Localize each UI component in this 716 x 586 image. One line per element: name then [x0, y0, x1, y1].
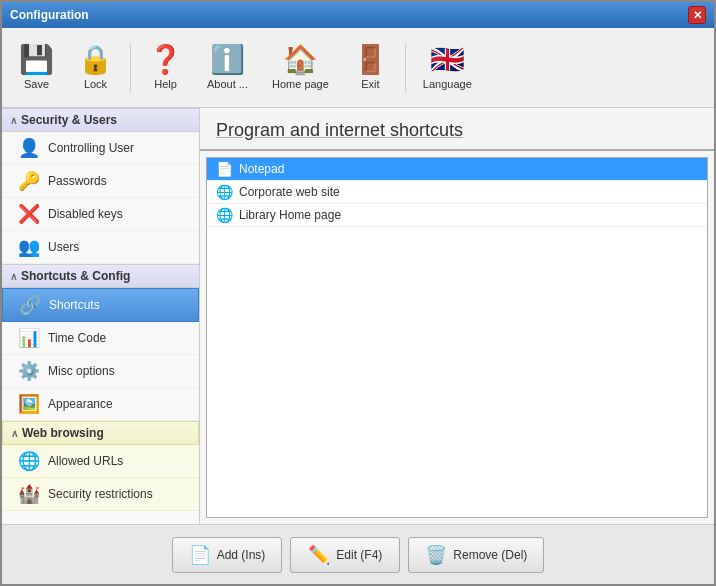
appearance-label: Appearance — [48, 397, 113, 411]
save-icon: 💾 — [19, 46, 54, 74]
misc-options-label: Misc options — [48, 364, 115, 378]
disabled-keys-icon: ❌ — [18, 203, 40, 225]
language-button[interactable]: 🇬🇧 Language — [412, 34, 483, 102]
sidebar-item-time-code[interactable]: 📊 Time Code — [2, 322, 199, 355]
close-button[interactable]: ✕ — [688, 6, 706, 24]
misc-options-icon: ⚙️ — [18, 360, 40, 382]
passwords-icon: 🔑 — [18, 170, 40, 192]
home-icon: 🏠 — [283, 46, 318, 74]
time-code-label: Time Code — [48, 331, 106, 345]
sidebar-section-shortcuts[interactable]: ∧ Shortcuts & Config — [2, 264, 199, 288]
help-button[interactable]: ❓ Help — [137, 34, 194, 102]
notepad-label: Notepad — [239, 162, 284, 176]
section-arrow-web: ∧ — [11, 428, 18, 439]
about-button[interactable]: ℹ️ About ... — [196, 34, 259, 102]
controlling-user-label: Controlling User — [48, 141, 134, 155]
appearance-icon: 🖼️ — [18, 393, 40, 415]
corporate-web-label: Corporate web site — [239, 185, 340, 199]
toolbar-separator-2 — [405, 43, 406, 93]
sidebar-section-security-label: Security & Users — [21, 113, 117, 127]
sidebar-section-web[interactable]: ∧ Web browsing — [2, 421, 199, 445]
main-panel: Program and internet shortcuts 📄 Notepad… — [200, 108, 714, 524]
language-icon: 🇬🇧 — [430, 46, 465, 74]
passwords-label: Passwords — [48, 174, 107, 188]
allowed-urls-label: Allowed URLs — [48, 454, 123, 468]
sidebar-section-security[interactable]: ∧ Security & Users — [2, 108, 199, 132]
corporate-web-icon: 🌐 — [215, 184, 233, 200]
lock-label: Lock — [84, 78, 107, 90]
window-title: Configuration — [10, 8, 89, 22]
homepage-button[interactable]: 🏠 Home page — [261, 34, 340, 102]
toolbar: 💾 Save 🔒 Lock ❓ Help ℹ️ About ... 🏠 Home… — [2, 28, 714, 108]
sidebar-item-misc-options[interactable]: ⚙️ Misc options — [2, 355, 199, 388]
section-arrow-shortcuts: ∧ — [10, 271, 17, 282]
add-icon: 📄 — [189, 544, 211, 566]
save-label: Save — [24, 78, 49, 90]
sidebar-item-security-restrictions[interactable]: 🏰 Security restrictions — [2, 478, 199, 511]
about-icon: ℹ️ — [210, 46, 245, 74]
users-label: Users — [48, 240, 79, 254]
exit-icon: 🚪 — [353, 46, 388, 74]
shortcuts-label: Shortcuts — [49, 298, 100, 312]
sidebar-item-shortcuts[interactable]: 🔗 Shortcuts — [2, 288, 199, 322]
content-area: ∧ Security & Users 👤 Controlling User 🔑 … — [2, 108, 714, 524]
sidebar-item-users[interactable]: 👥 Users — [2, 231, 199, 264]
controlling-user-icon: 👤 — [18, 137, 40, 159]
disabled-keys-label: Disabled keys — [48, 207, 123, 221]
edit-button[interactable]: ✏️ Edit (F4) — [290, 537, 400, 573]
library-home-label: Library Home page — [239, 208, 341, 222]
toolbar-separator-1 — [130, 43, 131, 93]
notepad-icon: 📄 — [215, 161, 233, 177]
main-title: Program and internet shortcuts — [200, 108, 714, 151]
section-arrow-security: ∧ — [10, 115, 17, 126]
sidebar-item-controlling-user[interactable]: 👤 Controlling User — [2, 132, 199, 165]
help-icon: ❓ — [148, 46, 183, 74]
sidebar: ∧ Security & Users 👤 Controlling User 🔑 … — [2, 108, 200, 524]
title-bar: Configuration ✕ — [2, 2, 714, 28]
list-item-library-home[interactable]: 🌐 Library Home page — [207, 204, 707, 227]
main-window: Configuration ✕ 💾 Save 🔒 Lock ❓ Help ℹ️ … — [0, 0, 716, 586]
sidebar-section-web-label: Web browsing — [22, 426, 104, 440]
title-bar-left: Configuration — [10, 8, 89, 22]
shortcuts-icon: 🔗 — [19, 294, 41, 316]
sidebar-item-appearance[interactable]: 🖼️ Appearance — [2, 388, 199, 421]
help-label: Help — [154, 78, 177, 90]
about-label: About ... — [207, 78, 248, 90]
homepage-label: Home page — [272, 78, 329, 90]
edit-label: Edit (F4) — [336, 548, 382, 562]
allowed-urls-icon: 🌐 — [18, 450, 40, 472]
remove-label: Remove (Del) — [453, 548, 527, 562]
time-code-icon: 📊 — [18, 327, 40, 349]
security-restrictions-label: Security restrictions — [48, 487, 153, 501]
save-button[interactable]: 💾 Save — [8, 34, 65, 102]
library-home-icon: 🌐 — [215, 207, 233, 223]
sidebar-section-shortcuts-label: Shortcuts & Config — [21, 269, 130, 283]
exit-button[interactable]: 🚪 Exit — [342, 34, 399, 102]
list-area: 📄 Notepad 🌐 Corporate web site 🌐 Library… — [200, 151, 714, 524]
exit-label: Exit — [361, 78, 379, 90]
users-icon: 👥 — [18, 236, 40, 258]
list-item-notepad[interactable]: 📄 Notepad — [207, 158, 707, 181]
edit-icon: ✏️ — [308, 544, 330, 566]
lock-icon: 🔒 — [78, 46, 113, 74]
security-restrictions-icon: 🏰 — [18, 483, 40, 505]
list-item-corporate-web[interactable]: 🌐 Corporate web site — [207, 181, 707, 204]
bottom-toolbar: 📄 Add (Ins) ✏️ Edit (F4) 🗑️ Remove (Del) — [2, 524, 714, 584]
shortcuts-list[interactable]: 📄 Notepad 🌐 Corporate web site 🌐 Library… — [206, 157, 708, 518]
language-label: Language — [423, 78, 472, 90]
add-button[interactable]: 📄 Add (Ins) — [172, 537, 283, 573]
remove-icon: 🗑️ — [425, 544, 447, 566]
remove-button[interactable]: 🗑️ Remove (Del) — [408, 537, 544, 573]
sidebar-item-allowed-urls[interactable]: 🌐 Allowed URLs — [2, 445, 199, 478]
sidebar-item-passwords[interactable]: 🔑 Passwords — [2, 165, 199, 198]
sidebar-item-disabled-keys[interactable]: ❌ Disabled keys — [2, 198, 199, 231]
lock-button[interactable]: 🔒 Lock — [67, 34, 124, 102]
add-label: Add (Ins) — [217, 548, 266, 562]
